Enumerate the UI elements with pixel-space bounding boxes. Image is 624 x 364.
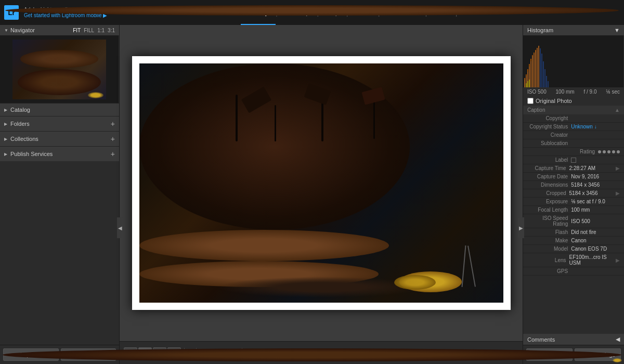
- label-color-swatch[interactable]: [571, 158, 576, 163]
- gps-row: GPS: [523, 267, 624, 276]
- svg-rect-11: [541, 54, 542, 87]
- folders-section-header[interactable]: ▶ Folders +: [0, 116, 119, 131]
- focal-length-value: 100 mm: [571, 207, 620, 213]
- comments-header-left: Comments: [527, 336, 555, 343]
- collections-label: Collections: [10, 136, 38, 142]
- iso-meta-value: ISO 500: [571, 218, 620, 224]
- center-panel: ⊞ ▭ ⊡ ⊟ ⊕ ★ ★ ★ ★ ★ ⚑ ↩ ↪ ▼: [120, 25, 523, 364]
- zoom-1-1[interactable]: 1:1: [97, 28, 105, 33]
- make-label: Make: [527, 238, 571, 243]
- navigator-preview[interactable]: [0, 35, 119, 103]
- svg-rect-10: [540, 48, 541, 87]
- histogram-info: ISO 500 100 mm f / 9.0 ⅛ sec: [523, 87, 624, 96]
- focal-value: 100 mm: [556, 89, 575, 95]
- caption-section-label: Caption: [527, 107, 545, 113]
- exposure-value: ⅛ sec at f / 9.0: [571, 199, 620, 204]
- folders-add-button[interactable]: +: [111, 120, 115, 128]
- catalog-header-left: ▶ Catalog: [4, 107, 30, 113]
- svg-rect-25: [538, 46, 539, 87]
- nav-gold: [88, 92, 103, 98]
- copyright-row: Copyright: [523, 114, 624, 123]
- svg-rect-15: [548, 81, 549, 87]
- metadata-section: Caption ▲ Copyright Copyright Status Unk…: [523, 106, 624, 334]
- zoom-options: FIT FILL 1:1 3:1: [73, 28, 115, 33]
- right-panel-collapse[interactable]: ▶: [518, 217, 524, 238]
- aperture-value: f / 9.0: [583, 89, 596, 95]
- svg-rect-16: [524, 78, 525, 87]
- histogram-arrow: ▼: [614, 27, 620, 33]
- creator-row: Creator: [523, 131, 624, 139]
- label-value[interactable]: [571, 158, 620, 163]
- collections-arrow: ▶: [4, 137, 7, 141]
- model-value: Canon EOS 7D: [571, 246, 620, 252]
- copyright-status-value[interactable]: Unknown ↓: [571, 124, 620, 129]
- copyright-status-row: Copyright Status Unknown ↓: [523, 123, 624, 131]
- left-panel-collapse[interactable]: ◀: [117, 217, 123, 238]
- folders-arrow: ▶: [4, 122, 7, 126]
- rating-dot-2[interactable]: [603, 150, 606, 153]
- lr-logo: Lr: [4, 5, 19, 20]
- publish-label: Publish Services: [10, 151, 53, 157]
- metadata-section-divider: Caption ▲: [523, 106, 624, 114]
- svg-rect-20: [530, 59, 531, 87]
- svg-rect-23: [535, 50, 536, 87]
- make-row: Make Canon: [523, 237, 624, 245]
- capture-date-value: Nov 9, 2016: [571, 174, 620, 179]
- iso-row: ISO Speed Rating ISO 500: [523, 214, 624, 228]
- main-area: ▼ Navigator FIT FILL 1:1 3:1 ▶ Catalog: [0, 25, 624, 364]
- publish-services-section-header[interactable]: ▶ Publish Services +: [0, 146, 119, 161]
- cropped-scroll[interactable]: ▶: [616, 190, 620, 196]
- zoom-3-1[interactable]: 3:1: [108, 28, 115, 33]
- folders-label: Folders: [10, 121, 30, 127]
- lens-row: Lens EF100m...cro IS USM ▶: [523, 253, 624, 267]
- navigator-header-left: ▼ Navigator: [4, 27, 35, 33]
- plate-shadow: [217, 277, 425, 297]
- cropped-row: Cropped 5184 x 3456 ▶: [523, 189, 624, 198]
- lens-value: EF100m...cro IS USM: [569, 254, 616, 266]
- catalog-arrow: ▶: [4, 108, 7, 112]
- iso-value: ISO 500: [527, 89, 547, 95]
- svg-rect-28: [529, 80, 530, 87]
- fork-1: [467, 245, 476, 287]
- zoom-fill[interactable]: FILL: [84, 28, 94, 33]
- collections-section-header[interactable]: ▶ Collections +: [0, 131, 119, 146]
- model-row: Model Canon EOS 7D: [523, 245, 624, 253]
- rating-dot-1[interactable]: [598, 150, 601, 153]
- catalog-label: Catalog: [10, 107, 30, 113]
- rating-dot-5[interactable]: [617, 150, 620, 153]
- dimensions-value: 5184 x 3456: [571, 182, 620, 188]
- flash-label: Flash: [527, 229, 571, 235]
- rating-dot-3[interactable]: [607, 150, 610, 153]
- copyright-status-label: Copyright Status: [527, 124, 571, 129]
- photo-frame: [132, 56, 511, 310]
- focal-length-row: Focal Length 100 mm: [523, 206, 624, 214]
- collections-add-button[interactable]: +: [111, 135, 115, 143]
- label-meta-label: Label: [527, 157, 571, 163]
- model-label: Model: [527, 246, 571, 252]
- navigator-panel-header[interactable]: ▼ Navigator FIT FILL 1:1 3:1: [0, 25, 119, 35]
- exposure-row: Exposure ⅛ sec at f / 9.0: [523, 198, 624, 206]
- comments-section-header[interactable]: Comments ◀: [523, 334, 624, 345]
- main-photo[interactable]: [139, 63, 503, 303]
- original-photo-checkbox[interactable]: [527, 98, 534, 104]
- svg-rect-12: [543, 61, 544, 87]
- svg-rect-24: [537, 48, 538, 87]
- nav-cake-bottom: [18, 69, 101, 95]
- lens-scroll[interactable]: ▶: [616, 257, 620, 263]
- capture-time-scroll[interactable]: ▶: [616, 165, 620, 171]
- histogram-panel-header[interactable]: Histogram ▼: [523, 25, 624, 35]
- label-row: Label: [523, 156, 624, 164]
- nav-cake-top: [20, 50, 98, 68]
- svg-rect-14: [546, 76, 547, 87]
- fork-2: [461, 245, 466, 287]
- exposure-label: Exposure: [527, 199, 571, 204]
- flash-row: Flash Did not fire: [523, 228, 624, 237]
- navigator-arrow: ▼: [4, 28, 8, 33]
- publish-add-button[interactable]: +: [111, 150, 115, 158]
- svg-rect-27: [527, 81, 528, 87]
- rating-dot-4[interactable]: [612, 150, 615, 153]
- catalog-section-header[interactable]: ▶ Catalog: [0, 103, 119, 116]
- meta-scroll-up[interactable]: ▲: [615, 107, 620, 113]
- folders-header-left: ▶ Folders: [4, 121, 30, 127]
- zoom-fit[interactable]: FIT: [73, 28, 81, 33]
